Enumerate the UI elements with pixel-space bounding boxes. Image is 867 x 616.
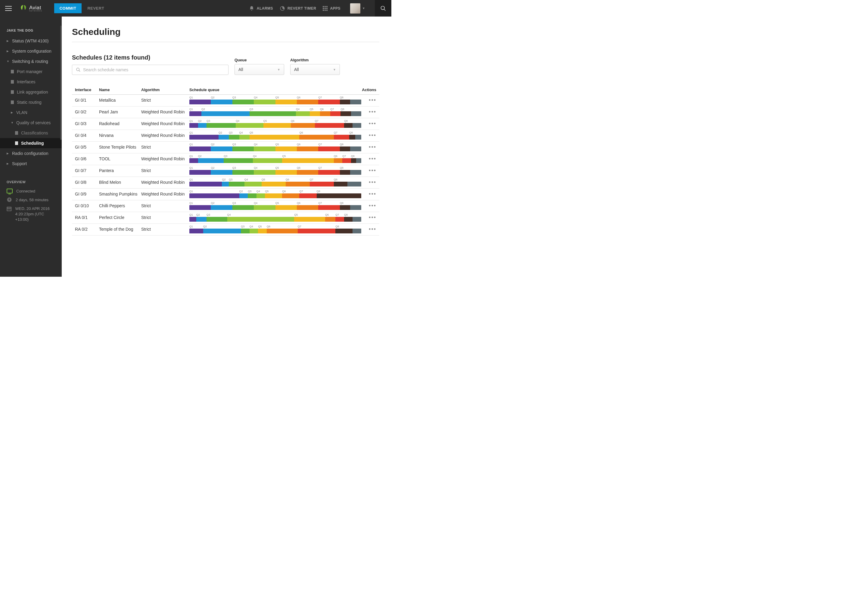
sidebar-item[interactable]: ▶System configuration	[0, 46, 62, 56]
user-menu[interactable]: ▼	[347, 3, 368, 14]
commit-button[interactable]: COMMIT	[54, 3, 82, 13]
queue-segment	[297, 170, 318, 175]
sidebar-scrollbar[interactable]	[60, 25, 62, 140]
brand-sub: NETWORKS	[29, 10, 42, 12]
aviat-leaf-icon	[20, 5, 27, 13]
caret-right-icon: ▶	[6, 162, 9, 165]
queue-segment	[189, 193, 239, 198]
queue-segment	[282, 158, 334, 163]
sidebar-item[interactable]: ▼Switching & routing	[0, 56, 62, 66]
sidebar-item[interactable]: Link aggregation	[0, 87, 62, 97]
row-actions-button[interactable]: •••	[361, 144, 376, 150]
page-title: Scheduling	[72, 27, 379, 42]
row-actions-button[interactable]: •••	[361, 168, 376, 174]
sidebar-item-label: Scheduling	[21, 141, 44, 146]
search-input[interactable]	[83, 68, 225, 72]
apps-button[interactable]: APPS	[323, 6, 340, 11]
schedule-queue-bar	[189, 146, 361, 151]
svg-rect-11	[325, 9, 326, 11]
search-box[interactable]	[72, 64, 229, 75]
row-actions-button[interactable]: •••	[361, 97, 376, 104]
queue-label: Q5	[294, 213, 298, 216]
row-actions-button[interactable]: •••	[361, 191, 376, 197]
queue-label: Q2	[211, 143, 214, 146]
document-icon	[11, 70, 14, 73]
queue-label: Q5	[258, 225, 262, 228]
row-actions-button[interactable]: •••	[361, 156, 376, 162]
sidebar-item[interactable]: ▶Support	[0, 159, 62, 169]
cell-interface: GI 0/5	[75, 145, 99, 149]
svg-rect-8	[325, 8, 326, 9]
queue-segment	[189, 205, 211, 210]
queue-label: Q8	[344, 119, 348, 123]
queue-segment	[219, 135, 229, 140]
sidebar-item[interactable]: ▶Radio configuration	[0, 148, 62, 159]
queue-segment	[349, 135, 355, 140]
cell-interface: RA 0/1	[75, 215, 99, 220]
queue-segment	[232, 205, 254, 210]
queue-label: Q7	[299, 190, 303, 193]
col-interface: Interface	[75, 88, 99, 92]
queue-segment	[189, 217, 196, 222]
queue-segment	[276, 170, 297, 175]
queue-segment	[347, 182, 361, 187]
row-actions-button[interactable]: •••	[361, 132, 376, 139]
queue-segment	[254, 99, 275, 104]
sidebar-item[interactable]: ▶VLAN	[0, 107, 62, 118]
cell-interface: GI 0/2	[75, 110, 99, 114]
schedule-queue-bar	[189, 217, 361, 222]
sidebar-item[interactable]: Classifications	[0, 128, 62, 138]
alarms-button[interactable]: ALARMS	[249, 6, 273, 11]
queue-label: Q8	[340, 96, 344, 99]
queue-label: Q2	[211, 167, 214, 169]
queue-segment	[267, 229, 298, 233]
queue-segment	[340, 170, 350, 175]
sidebar-item[interactable]: Static routing	[0, 97, 62, 107]
queue-label: Q6	[297, 143, 300, 146]
queue-segment	[232, 99, 254, 104]
row-actions-button[interactable]: •••	[361, 226, 376, 233]
cell-name: Metallica	[99, 98, 141, 102]
queue-segment	[355, 135, 361, 140]
queue-label: Q2	[239, 190, 243, 193]
row-actions-button[interactable]: •••	[361, 179, 376, 185]
row-actions-button[interactable]: •••	[361, 109, 376, 115]
algorithm-filter-select[interactable]: All▼	[290, 64, 340, 75]
col-name: Name	[99, 88, 141, 92]
sidebar-item[interactable]: ▼Quality of services	[0, 118, 62, 128]
table-row: RA 0/2Temple of the DogStrictQ1Q2Q3Q4Q5Q…	[72, 224, 379, 236]
row-actions-button[interactable]: •••	[361, 214, 376, 221]
queue-label: Q3	[248, 190, 251, 193]
schedule-queue-bar	[189, 182, 361, 187]
queue-segment	[265, 193, 282, 198]
queue-segment	[189, 170, 211, 175]
queue-segment	[189, 229, 203, 233]
queue-filter-select[interactable]: All▼	[235, 64, 284, 75]
queue-label: Q6	[297, 201, 300, 204]
row-actions-button[interactable]: •••	[361, 121, 376, 127]
queue-label: Q7	[315, 119, 318, 123]
queue-label: Q7	[318, 96, 322, 99]
queue-label: Q4	[254, 167, 257, 169]
queue-label: Q8	[335, 225, 339, 228]
cell-algorithm: Strict	[141, 215, 189, 220]
sidebar-item[interactable]: ▶Status (WTM 4100)	[0, 36, 62, 46]
menu-toggle-button[interactable]	[0, 0, 17, 17]
row-actions-button[interactable]: •••	[361, 203, 376, 209]
caret-down-icon: ▼	[6, 60, 9, 63]
revert-button[interactable]: REVERT	[83, 3, 109, 13]
queue-label: Q2	[222, 178, 225, 181]
sidebar-item[interactable]: Interfaces	[0, 77, 62, 87]
queue-label: Q3	[207, 213, 210, 216]
queue-segment	[222, 182, 229, 187]
global-search-button[interactable]	[375, 0, 391, 17]
queue-label: Q2	[211, 96, 214, 99]
revert-timer-button[interactable]: REVERT TIMER	[280, 6, 316, 11]
queue-segment	[189, 158, 198, 163]
queue-label: Q1	[189, 108, 193, 111]
queue-segment	[318, 146, 340, 151]
svg-rect-2	[5, 10, 12, 11]
sidebar-item[interactable]: Port manager	[0, 66, 62, 77]
cell-algorithm: Weighted Round Robin	[141, 156, 189, 161]
sidebar-item[interactable]: Scheduling	[0, 138, 62, 148]
